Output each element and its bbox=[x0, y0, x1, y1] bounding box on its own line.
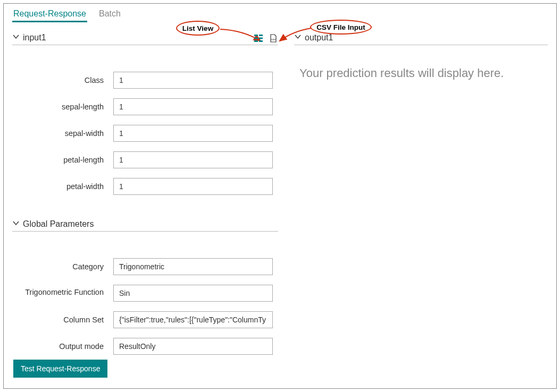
field-label-sepal-length: sepal-length bbox=[12, 103, 113, 111]
field-row: Trigonometric Function bbox=[12, 285, 278, 302]
field-input-class[interactable] bbox=[113, 72, 273, 89]
field-row: sepal-length bbox=[12, 98, 278, 115]
callout-csv-file-input: CSV File Input bbox=[310, 20, 372, 35]
field-label-column-set: Column Set bbox=[12, 316, 113, 324]
field-input-sepal-length[interactable] bbox=[113, 98, 273, 115]
section-header-output1[interactable]: output1 bbox=[294, 33, 548, 45]
chevron-down-icon bbox=[12, 33, 20, 42]
chevron-down-icon bbox=[294, 33, 302, 42]
field-label-category: Category bbox=[12, 262, 113, 271]
tab-batch[interactable]: Batch bbox=[98, 7, 122, 22]
svg-rect-0 bbox=[254, 35, 258, 36]
field-row: Column Set bbox=[12, 311, 278, 328]
main-content: input1 bbox=[4, 22, 556, 364]
field-row: petal-width bbox=[12, 178, 278, 195]
field-input-petal-width[interactable] bbox=[113, 178, 273, 195]
right-column: output1 Your prediction results will dis… bbox=[294, 33, 548, 364]
app-frame: Request-Response Batch List View CSV Fil… bbox=[3, 3, 557, 389]
field-input-sepal-width[interactable] bbox=[113, 125, 273, 142]
field-label-petal-width: petal-width bbox=[12, 182, 113, 191]
csv-file-icon[interactable]: csv bbox=[269, 34, 278, 42]
global-param-fields: Category Trigonometric Function Column S… bbox=[12, 242, 278, 355]
tab-request-response[interactable]: Request-Response bbox=[12, 7, 87, 22]
field-row: Category bbox=[12, 258, 278, 275]
field-label-trig-function: Trigonometric Function bbox=[12, 285, 113, 296]
callout-csv-label: CSV File Input bbox=[316, 23, 365, 31]
svg-rect-3 bbox=[259, 38, 263, 39]
section-header-input1[interactable]: input1 bbox=[12, 33, 278, 45]
left-column: input1 bbox=[12, 33, 278, 364]
svg-rect-5 bbox=[259, 40, 263, 42]
svg-rect-1 bbox=[259, 35, 263, 36]
svg-rect-2 bbox=[254, 38, 258, 39]
field-label-petal-length: petal-length bbox=[12, 156, 113, 164]
test-request-response-button[interactable]: Test Request-Response bbox=[13, 360, 107, 378]
field-input-petal-length[interactable] bbox=[113, 151, 273, 168]
field-input-category[interactable] bbox=[113, 258, 273, 275]
svg-rect-4 bbox=[254, 40, 258, 42]
field-row: Class bbox=[12, 72, 278, 89]
input-fields: Class sepal-length sepal-width petal-len… bbox=[12, 56, 278, 195]
field-input-output-mode[interactable] bbox=[113, 338, 273, 355]
field-row: petal-length bbox=[12, 151, 278, 168]
list-view-icon[interactable] bbox=[254, 34, 263, 42]
field-label-sepal-width: sepal-width bbox=[12, 129, 113, 138]
input-toolbar: csv bbox=[254, 34, 278, 42]
section-title-input1: input1 bbox=[23, 33, 46, 42]
field-label-output-mode: Output mode bbox=[12, 342, 113, 351]
field-row: Output mode bbox=[12, 338, 278, 355]
section-title-global-params: Global Parameters bbox=[23, 219, 94, 229]
chevron-down-icon bbox=[12, 219, 20, 229]
tabs-bar: Request-Response Batch bbox=[4, 4, 556, 22]
field-row: sepal-width bbox=[12, 125, 278, 142]
output-placeholder: Your prediction results will display her… bbox=[294, 66, 548, 80]
svg-text:csv: csv bbox=[271, 38, 276, 41]
field-input-column-set[interactable] bbox=[113, 311, 273, 328]
callout-list-view-label: List View bbox=[182, 24, 213, 32]
section-header-global-params[interactable]: Global Parameters bbox=[12, 219, 278, 232]
section-title-output1: output1 bbox=[305, 33, 333, 42]
field-input-trig-function[interactable] bbox=[113, 285, 273, 302]
field-label-class: Class bbox=[12, 76, 113, 84]
